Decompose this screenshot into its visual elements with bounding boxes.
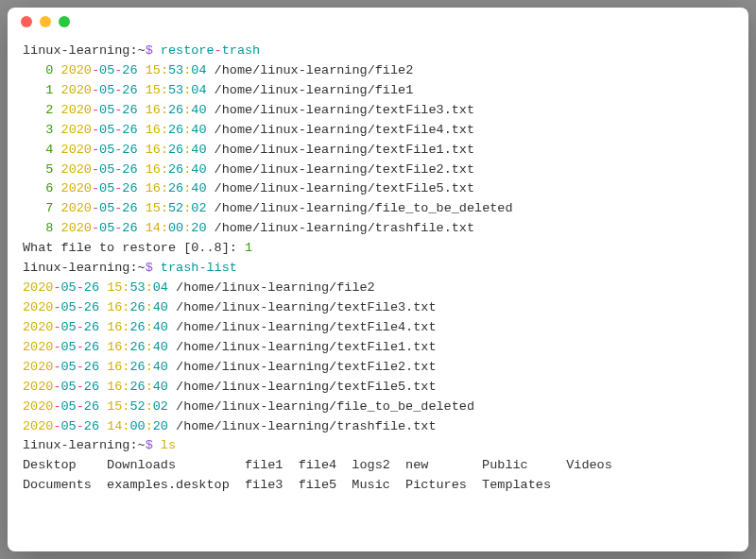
date-year: 2020 — [61, 63, 92, 77]
date-day: 26 — [122, 162, 137, 177]
command-trash: trash — [161, 261, 199, 275]
date-year: 2020 — [23, 419, 53, 433]
date-year: 2020 — [23, 320, 53, 334]
date-month: 05 — [99, 103, 114, 117]
date-month: 05 — [61, 340, 77, 354]
date-day: 26 — [122, 201, 137, 215]
time-min: 53 — [168, 83, 183, 97]
date-day: 26 — [122, 143, 137, 157]
command-trash: trash — [222, 43, 261, 58]
date-month: 05 — [61, 320, 77, 334]
time-hour: 15 — [146, 83, 161, 97]
command-dash: - — [215, 43, 222, 58]
prompt-line: linux-learning:~$ ls — [23, 436, 733, 456]
date-day: 26 — [84, 380, 99, 394]
time-hour: 16 — [107, 300, 122, 314]
date-year: 2020 — [61, 162, 92, 177]
time-sec: 20 — [191, 221, 206, 235]
time-hour: 16 — [107, 320, 122, 334]
date-year: 2020 — [23, 300, 53, 314]
ls-output-row: Desktop Downloads file1 file4 logs2 new … — [23, 456, 733, 476]
minimize-icon[interactable] — [40, 16, 51, 27]
date-year: 2020 — [61, 123, 92, 137]
time-sec: 04 — [153, 280, 168, 295]
date-month: 05 — [99, 181, 114, 195]
date-day: 26 — [84, 320, 99, 334]
time-min: 26 — [129, 300, 145, 314]
time-sec: 04 — [191, 63, 206, 77]
time-sec: 40 — [191, 103, 206, 117]
restore-item: 1 2020-05-26 15:53:04 /home/linux-learni… — [23, 81, 733, 101]
time-sec: 20 — [153, 419, 168, 433]
trash-item: 2020-05-26 16:26:40 /home/linux-learning… — [23, 338, 733, 358]
item-index: 7 — [45, 201, 53, 215]
close-icon[interactable] — [21, 16, 32, 27]
ls-output-row: Documents examples.desktop file3 file5 M… — [23, 476, 733, 496]
date-day: 26 — [122, 123, 137, 137]
file-path: /home/linux-learning/trashfile.txt — [176, 419, 436, 433]
time-colon: : — [161, 181, 168, 195]
time-sec: 40 — [153, 380, 168, 394]
file-path: /home/linux-learning/file2 — [176, 280, 375, 295]
date-day: 26 — [122, 181, 137, 195]
item-index: 3 — [45, 123, 53, 137]
terminal-body[interactable]: linux-learning:~$ restore-trash 0 2020-0… — [8, 36, 748, 551]
time-hour: 15 — [107, 280, 122, 295]
maximize-icon[interactable] — [59, 16, 70, 27]
file-path: /home/linux-learning/textFile5.txt — [176, 380, 436, 394]
command-restore: restore — [161, 43, 215, 58]
date-dash: - — [53, 300, 60, 314]
date-month: 05 — [61, 380, 77, 394]
time-sec: 40 — [191, 162, 206, 177]
item-index: 2 — [45, 103, 53, 117]
trash-list: 2020-05-26 15:53:04 /home/linux-learning… — [23, 279, 733, 436]
date-year: 2020 — [23, 380, 53, 394]
restore-input[interactable]: 1 — [245, 241, 252, 255]
date-dash: - — [92, 143, 99, 157]
date-dash: - — [92, 181, 99, 195]
time-colon: : — [146, 360, 153, 374]
time-colon: : — [146, 419, 153, 433]
time-sec: 40 — [153, 320, 168, 334]
date-month: 05 — [99, 201, 114, 215]
time-sec: 02 — [191, 201, 206, 215]
date-dash: - — [92, 123, 99, 137]
time-colon: : — [146, 399, 153, 414]
date-month: 05 — [99, 162, 114, 177]
time-min: 52 — [168, 201, 183, 215]
date-dash: - — [53, 419, 60, 433]
time-colon: : — [161, 103, 168, 117]
date-dash: - — [92, 103, 99, 117]
restore-prompt-text: What file to restore [0..8]: — [23, 241, 245, 255]
trash-item: 2020-05-26 16:26:40 /home/linux-learning… — [23, 358, 733, 378]
time-sec: 40 — [153, 360, 168, 374]
trash-item: 2020-05-26 15:52:02 /home/linux-learning… — [23, 398, 733, 417]
date-year: 2020 — [61, 103, 92, 117]
item-index: 0 — [45, 63, 53, 77]
file-path: /home/linux-learning/textFile3.txt — [176, 300, 436, 314]
date-month: 05 — [99, 123, 114, 137]
item-index: 8 — [45, 221, 53, 235]
trash-item: 2020-05-26 16:26:40 /home/linux-learning… — [23, 298, 733, 318]
date-year: 2020 — [61, 143, 92, 157]
time-colon: : — [146, 320, 153, 334]
date-month: 05 — [61, 300, 77, 314]
date-dash: - — [53, 360, 60, 374]
time-sec: 04 — [191, 83, 206, 97]
file-path: /home/linux-learning/trashfile.txt — [215, 221, 474, 235]
prompt-host: linux-learning:~ — [23, 261, 146, 275]
time-hour: 16 — [107, 360, 122, 374]
date-day: 26 — [122, 63, 137, 77]
prompt-dollar: $ — [146, 261, 153, 275]
command-ls: ls — [161, 438, 176, 452]
file-path: /home/linux-learning/file_to_be_deleted — [215, 201, 513, 215]
date-dash: - — [92, 201, 99, 215]
date-year: 2020 — [23, 360, 53, 374]
date-day: 26 — [122, 103, 137, 117]
date-day: 26 — [122, 221, 137, 235]
date-month: 05 — [61, 360, 77, 374]
time-colon: : — [161, 123, 168, 137]
time-hour: 15 — [107, 399, 122, 414]
time-colon: : — [146, 280, 153, 295]
date-dash: - — [53, 320, 60, 334]
